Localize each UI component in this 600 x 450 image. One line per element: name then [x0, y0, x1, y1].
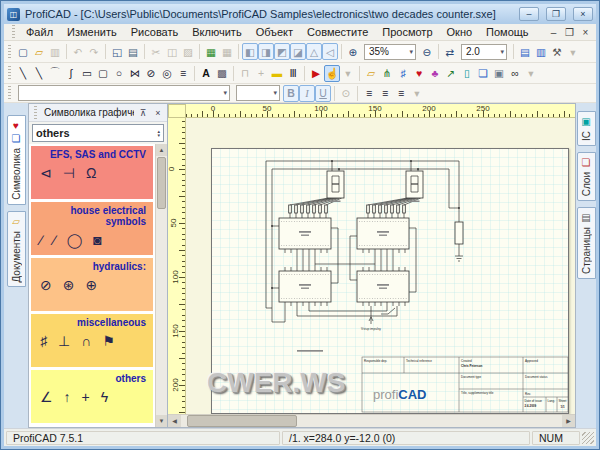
split-vertical-icon[interactable]: ▥ [533, 43, 549, 60]
scrollbar-thumb[interactable] [157, 157, 166, 209]
resize-grip[interactable] [582, 432, 594, 444]
plus-icon[interactable]: + [82, 389, 90, 405]
menu-item-файл[interactable]: Файл [19, 25, 60, 39]
arc-tool-icon[interactable]: ⌒ [47, 65, 63, 82]
settings-icon[interactable]: ⚒ [549, 43, 565, 60]
split-horizontal-icon[interactable]: ▤ [517, 43, 533, 60]
zoom-in-icon[interactable]: ⊕ [345, 43, 361, 60]
favorites-icon[interactable]: ♥ [411, 65, 427, 82]
panel-close-icon[interactable]: × [152, 108, 164, 118]
align-center-icon[interactable]: ≡ [377, 85, 393, 102]
menu-item-включить[interactable]: Включить [185, 25, 248, 39]
decoder-ic[interactable] [279, 218, 331, 249]
align-right-icon[interactable]: ≡ [393, 85, 409, 102]
symbol-group-select[interactable]: others ▴▾ [32, 124, 164, 142]
pin-icon[interactable]: ⊼ [137, 108, 149, 118]
barrier-icon[interactable]: ♯ [40, 333, 47, 349]
mdi-minimize-button[interactable]: – [547, 27, 560, 38]
zoom-out-icon[interactable]: ⊖ [419, 43, 435, 60]
chevron-down-icon[interactable]: ▾ [409, 48, 413, 56]
tab-pages[interactable]: ▤Страницы [577, 207, 596, 279]
redo-icon[interactable]: ↷ [86, 43, 102, 60]
switch-icon[interactable]: ∕ [40, 232, 42, 248]
symbol-category[interactable]: EFS, SAS and CCTV⊲⊣Ω [31, 146, 153, 199]
close-button[interactable]: × [573, 7, 593, 21]
align-left-icon[interactable]: ≡ [361, 85, 377, 102]
symbol-category[interactable]: miscellaneous♯⊥∩⚑ [31, 314, 153, 367]
fan-box-icon[interactable]: ◙ [93, 232, 101, 248]
font-size-select[interactable]: ▾ [236, 85, 280, 101]
text-overflow-icon[interactable]: ▾ [409, 85, 425, 102]
new-file-icon[interactable]: ▢ [15, 43, 31, 60]
counter-ic[interactable] [357, 271, 409, 302]
tab-layers[interactable]: ❏Слои [577, 152, 596, 201]
earth-icon[interactable]: ⊥ [58, 333, 70, 349]
lamp-icon[interactable]: ◯ [67, 232, 83, 248]
fan-icon[interactable]: ⊛ [63, 277, 75, 293]
ellipse-tool-icon[interactable]: ○ [111, 65, 127, 82]
insert-image-icon[interactable]: ▦ [203, 43, 219, 60]
seven-segment-display[interactable] [327, 171, 344, 198]
flip-vertical-icon[interactable]: ◨ [258, 43, 274, 60]
rotate-right-icon[interactable]: ◪ [290, 43, 306, 60]
horizontal-scrollbar[interactable]: ◀ ▶ [168, 414, 575, 427]
schematic-page[interactable]: Vstup impulsy Responsible dep. Technical… [211, 148, 569, 414]
contact-icon[interactable]: ⊣ [63, 165, 75, 181]
valve-icon[interactable]: ⊕ [85, 277, 97, 293]
drawing-canvas[interactable]: 050100150200250 050100150200 [168, 103, 576, 428]
no-fill-tool-icon[interactable]: ⊘ [143, 65, 159, 82]
symbols-folder-icon[interactable]: ▱ [363, 65, 379, 82]
hscrollbar-thumb[interactable] [187, 415, 297, 427]
symbol-category[interactable]: others∠↑+ϟ [31, 370, 153, 423]
tab-documents[interactable]: ▱Документы [7, 211, 26, 288]
tab-ic[interactable]: ▣IC [577, 111, 596, 146]
rotate-left-icon[interactable]: ◩ [274, 43, 290, 60]
text-tool-icon[interactable]: A [198, 65, 214, 82]
dome-icon[interactable]: ∩ [81, 333, 91, 349]
scroll-up-icon[interactable]: ▲ [156, 144, 167, 156]
lightning-icon[interactable]: ϟ [101, 389, 108, 405]
toolbar-overflow-icon[interactable]: ▾ [565, 43, 581, 60]
scroll-down-icon[interactable]: ▼ [156, 415, 167, 427]
tab-symbols[interactable]: ♥❏Символика [7, 115, 26, 205]
seven-segment-display[interactable] [406, 171, 423, 198]
arrow-up-icon[interactable]: ↑ [64, 389, 71, 405]
dialog-icon[interactable]: ▣ [491, 65, 507, 82]
polyline-tool-icon[interactable]: ╲ [31, 65, 47, 82]
chevron-down-icon[interactable]: ▾ [500, 48, 504, 56]
mdi-close-button[interactable]: × [579, 27, 592, 38]
flag-icon[interactable]: ⚑ [102, 333, 115, 349]
paste-icon[interactable]: ▨ [180, 43, 196, 60]
text-frame-tool-icon[interactable]: ▩ [214, 65, 230, 82]
menu-item-окно[interactable]: Окно [440, 25, 480, 39]
rounded-rect-tool-icon[interactable]: ▢ [95, 65, 111, 82]
flip-horizontal-icon[interactable]: ◧ [242, 43, 258, 60]
zoom-level-select[interactable]: 35%▾ [364, 44, 416, 60]
line-width-select[interactable]: 2.0▾ [461, 44, 507, 60]
symbol-category[interactable]: hydraulics:⊘⊛⊕ [31, 258, 153, 311]
scroll-right-icon[interactable]: ▶ [562, 415, 575, 427]
spinner-icon[interactable]: ▴▾ [157, 129, 160, 137]
font-zoom-icon[interactable]: ⊙ [338, 85, 354, 102]
copy-icon[interactable]: ◫ [164, 43, 180, 60]
switch-2-icon[interactable]: ∕ [53, 232, 55, 248]
mirror-up-icon[interactable]: △ [306, 43, 322, 60]
junction-tool-icon[interactable]: + [253, 65, 269, 82]
menu-item-совместите[interactable]: Совместите [300, 25, 375, 39]
menu-item-рисовать[interactable]: Рисовать [124, 25, 186, 39]
title-bar[interactable]: ◫ ProfiCAD - [C:\Users\Public\Documents\… [4, 4, 596, 24]
camera-icon[interactable]: ⊲ [40, 165, 52, 181]
underline-icon[interactable]: U [315, 85, 331, 102]
decoder-ic[interactable] [357, 218, 409, 249]
restore-button[interactable]: ❐ [546, 7, 566, 21]
export-icon[interactable]: ↗ [443, 65, 459, 82]
chevron-down-icon[interactable]: ▾ [273, 89, 277, 97]
binoculars-icon[interactable]: ∞ [507, 65, 523, 82]
label-tool-icon[interactable]: ▬ [269, 65, 285, 82]
pan-tool-icon[interactable]: ☝ [324, 65, 340, 82]
bold-icon[interactable]: B [283, 85, 299, 102]
counter-ic[interactable] [279, 271, 331, 302]
symbol-category[interactable]: house electrical symbols∕∕◯◙ [31, 202, 153, 255]
line-style-icon[interactable]: ≡ [175, 65, 191, 82]
resistor[interactable] [455, 222, 463, 244]
